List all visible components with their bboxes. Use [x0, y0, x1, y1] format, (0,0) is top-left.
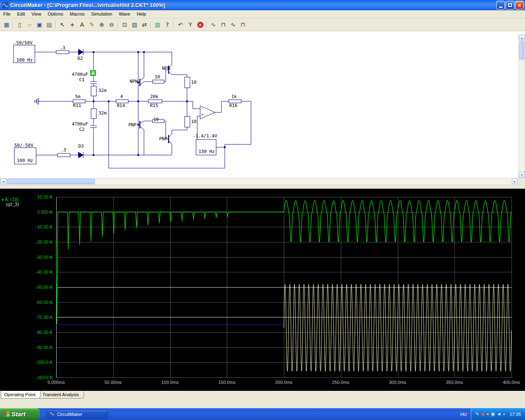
mixed-scope-button[interactable]: ⊓: [238, 20, 248, 30]
schematic-label: 50/-50V: [14, 143, 33, 148]
transient-scope-button[interactable]: ∿: [208, 20, 218, 30]
cursor-tool-button[interactable]: ↖: [57, 20, 67, 30]
schematic-label: NPN: [130, 79, 138, 84]
close-button[interactable]: ×: [515, 1, 524, 9]
schematic-label: C1: [79, 77, 84, 82]
schematic-label: R16: [229, 103, 237, 108]
zoom-out-button[interactable]: ⊖: [107, 20, 116, 30]
place-part-icon: +: [70, 21, 75, 28]
waveform-canvas[interactable]: [0, 189, 525, 391]
waveform-panel[interactable]: ●A: c1[i] (q3_3) 10.00 A0.000 A-10.00 A-…: [0, 189, 525, 391]
stop-simulation-button[interactable]: ×: [195, 20, 205, 30]
stop-simulation-icon: ×: [197, 22, 203, 28]
scroll-up-button[interactable]: ▲: [519, 35, 525, 41]
rotate-button[interactable]: ↶: [176, 20, 185, 30]
close-icon: ×: [518, 2, 521, 8]
tile-windows-button[interactable]: ⇄: [139, 20, 149, 30]
tray-volume-icon[interactable]: ◄: [497, 412, 501, 416]
digital-scope-button[interactable]: ⊓: [218, 20, 228, 30]
netlist-button[interactable]: ▦: [2, 20, 11, 30]
y-axis-tick: -60.00 A: [24, 300, 52, 305]
tray-network-icon[interactable]: ▣: [491, 412, 495, 416]
schematic-label: .3: [61, 147, 66, 153]
menu-wave[interactable]: Wave: [116, 10, 134, 18]
new-file-button[interactable]: ▯: [15, 20, 25, 30]
x-axis-tick: 250.0ms: [326, 380, 355, 385]
circuitmaker-app-icon: [49, 411, 55, 418]
help-icon: ?: [166, 21, 169, 28]
schematic-label: NPN: [162, 66, 170, 71]
scroll-right-button[interactable]: ►: [512, 178, 518, 184]
x-axis-tick: 0.000ms: [42, 380, 71, 385]
window-title: CircuitMaker - [C:\Program Files\...\vir…: [10, 2, 495, 8]
start-button[interactable]: Start: [0, 408, 40, 420]
schematic-horizontal-scrollbar[interactable]: ◄ ►: [0, 178, 518, 185]
minimize-icon: [499, 7, 502, 8]
tray-messenger-icon[interactable]: ●: [503, 412, 506, 416]
menu-view[interactable]: View: [28, 10, 45, 18]
y-axis-tick: -70.00 A: [24, 315, 52, 320]
vertical-scroll-thumb[interactable]: [519, 41, 524, 59]
bode-plot-button[interactable]: ∿: [228, 20, 238, 30]
place-part-button[interactable]: +: [67, 20, 77, 30]
menu-edit[interactable]: Edit: [14, 10, 28, 18]
help-button[interactable]: ?: [162, 20, 172, 30]
y-axis-tick: 0.000 A: [24, 210, 52, 215]
menu-simulation[interactable]: Simulation: [88, 10, 115, 18]
taskbar-app-label: CircuitMaker: [57, 412, 82, 417]
menu-file[interactable]: File: [0, 10, 14, 18]
digital-analog-mode-button[interactable]: ▧: [153, 20, 162, 30]
taskbar-app-circuitmaker[interactable]: CircuitMaker: [46, 409, 108, 419]
toolbar-separator: [173, 21, 174, 29]
print-button[interactable]: ▤: [44, 20, 54, 30]
wire-edit-tool-button[interactable]: ✎: [87, 20, 97, 30]
tray-antivirus-icon[interactable]: ◉: [481, 412, 485, 416]
schematic-label: 1k: [231, 94, 237, 99]
fit-view-button[interactable]: ⊡: [120, 20, 130, 30]
restore-button[interactable]: [506, 1, 514, 9]
menu-bar: FileEditViewOptionsMacrosSimulationWaveH…: [0, 10, 525, 18]
probe-a-marker[interactable]: A: [90, 70, 96, 76]
language-indicator[interactable]: HU: [456, 412, 471, 417]
probe-tool-icon: Y: [189, 21, 192, 28]
refresh-screen-button[interactable]: ▨: [130, 20, 139, 30]
scroll-left-button[interactable]: ◄: [0, 178, 6, 184]
minimize-button[interactable]: [496, 1, 505, 9]
y-axis-tick: -30.00 A: [24, 255, 52, 260]
probe-tool-button[interactable]: Y: [185, 20, 195, 30]
scroll-down-button[interactable]: ▼: [519, 172, 525, 178]
schematic-label: 32m: [98, 110, 107, 116]
taskbar: Start CircuitMaker HU ✎◉●▣◄●17:26: [0, 408, 525, 420]
text-tool-button[interactable]: A: [77, 20, 87, 30]
tray-update-icon[interactable]: ●: [486, 412, 489, 416]
zoom-in-icon: ⊕: [99, 21, 104, 28]
y-axis-tick: -10.00 A: [24, 224, 52, 229]
horizontal-scroll-thumb[interactable]: [7, 179, 95, 184]
trace-a-label: A: c1[i]: [5, 197, 18, 202]
transient-scope-icon: ∿: [211, 21, 216, 28]
system-tray: ✎◉●▣◄●17:26: [471, 408, 525, 420]
trace-legend: ●A: c1[i] (q3_3): [2, 197, 19, 207]
tab-operating-point[interactable]: Operating Point: [1, 391, 41, 399]
menu-macros[interactable]: Macros: [66, 10, 88, 18]
save-button[interactable]: ▣: [34, 20, 44, 30]
schematic-vertical-scrollbar[interactable]: ▲ ▼: [518, 34, 525, 178]
schematic-label: +: [201, 112, 203, 116]
refresh-screen-icon: ▨: [132, 21, 137, 28]
new-file-icon: ▯: [18, 21, 21, 28]
schematic-label: 20k: [150, 94, 158, 99]
schematic-label: 10: [155, 74, 160, 80]
zoom-in-button[interactable]: ⊕: [97, 20, 107, 30]
tab-transient-analysis[interactable]: Transient Analysis: [39, 391, 84, 399]
y-axis-tick: -90.00 A: [24, 345, 52, 350]
schematic-label: -: [201, 107, 203, 111]
netlist-icon: ▦: [4, 21, 9, 28]
menu-options[interactable]: Options: [44, 10, 66, 18]
menu-help[interactable]: Help: [133, 10, 149, 18]
tray-tool-icon[interactable]: ✎: [475, 412, 479, 416]
taskbar-clock: 17:26: [509, 412, 521, 417]
x-axis-tick: 200.0ms: [269, 380, 298, 385]
restore-icon: [508, 3, 512, 7]
open-file-button[interactable]: ▱: [25, 20, 34, 30]
title-bar[interactable]: CircuitMaker - [C:\Program Files\...\vir…: [0, 0, 525, 10]
